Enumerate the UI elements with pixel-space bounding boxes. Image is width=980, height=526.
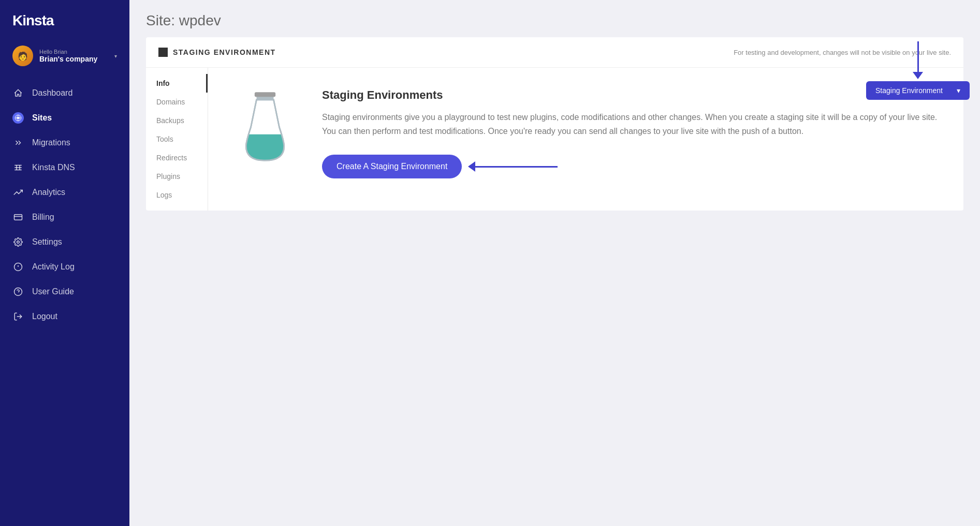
guide-icon bbox=[12, 286, 24, 297]
sidebar-item-settings[interactable]: Settings bbox=[0, 230, 129, 254]
sub-nav-item-tools[interactable]: Tools bbox=[146, 130, 208, 148]
panel-body-text: Staging environments give you a playgrou… bbox=[322, 110, 938, 138]
dropdown-chevron-icon: ▾ bbox=[957, 86, 960, 95]
sidebar-item-analytics[interactable]: Analytics bbox=[0, 180, 129, 205]
flask-illustration bbox=[234, 88, 296, 166]
create-button-label: Create A Staging Environment bbox=[337, 162, 447, 171]
section-header: STAGING ENVIRONMENT For testing and deve… bbox=[146, 37, 963, 68]
svg-rect-12 bbox=[255, 92, 275, 97]
sidebar-item-migrations[interactable]: Migrations bbox=[0, 130, 129, 155]
billing-icon bbox=[12, 212, 24, 223]
logo: Kinsta bbox=[0, 0, 129, 39]
sites-icon bbox=[12, 112, 24, 124]
activity-icon bbox=[12, 261, 24, 273]
section-content: Info Domains Backups Tools Redirects Plu… bbox=[146, 68, 963, 211]
staging-environment-dropdown[interactable]: Staging Environment ▾ bbox=[866, 81, 970, 100]
section-title: STAGING ENVIRONMENT bbox=[173, 48, 276, 56]
down-arrow-indicator bbox=[913, 37, 923, 79]
main-content: Site: wpdev Staging Environment ▾ STAGIN… bbox=[129, 0, 980, 526]
create-staging-button[interactable]: Create A Staging Environment bbox=[322, 155, 462, 178]
sidebar-item-kinsta-dns[interactable]: Kinsta DNS bbox=[0, 155, 129, 180]
hello-text: Hello Brian bbox=[39, 49, 108, 55]
sub-nav-item-domains[interactable]: Domains bbox=[146, 93, 208, 111]
dns-icon bbox=[12, 162, 24, 173]
avatar: 🧑 bbox=[12, 46, 33, 66]
sidebar-item-label: Settings bbox=[32, 237, 62, 247]
panel-text-content: Staging Environments Staging environment… bbox=[322, 88, 938, 178]
left-arrow-indicator bbox=[468, 161, 558, 172]
arrow-head-down-icon bbox=[913, 72, 923, 79]
analytics-icon bbox=[12, 187, 24, 198]
sidebar-item-user-guide[interactable]: User Guide bbox=[0, 279, 129, 304]
sub-nav: Info Domains Backups Tools Redirects Plu… bbox=[146, 68, 208, 211]
staging-environment-selector-area: Staging Environment ▾ bbox=[866, 37, 970, 100]
nav-menu: Dashboard Sites Migrations Kinsta DNS bbox=[0, 77, 129, 333]
sidebar-item-logout[interactable]: Logout bbox=[0, 304, 129, 329]
home-icon bbox=[12, 87, 24, 99]
sidebar-item-label: Activity Log bbox=[32, 262, 75, 272]
staging-section-card: STAGING ENVIRONMENT For testing and deve… bbox=[146, 37, 963, 211]
sub-nav-item-plugins[interactable]: Plugins bbox=[146, 167, 208, 186]
svg-rect-11 bbox=[244, 134, 287, 163]
sidebar-item-label: Sites bbox=[32, 113, 52, 123]
sub-nav-item-logs[interactable]: Logs bbox=[146, 186, 208, 204]
page-header: Site: wpdev bbox=[129, 0, 980, 37]
sidebar-item-activity-log[interactable]: Activity Log bbox=[0, 254, 129, 279]
page-title: Site: wpdev bbox=[146, 12, 963, 29]
panel-heading: Staging Environments bbox=[322, 88, 938, 102]
svg-point-3 bbox=[17, 241, 20, 244]
settings-icon bbox=[12, 236, 24, 248]
sub-nav-item-info[interactable]: Info bbox=[146, 74, 208, 93]
sidebar-item-label: Kinsta DNS bbox=[32, 163, 75, 172]
company-name: Brian's company bbox=[39, 55, 108, 63]
sidebar-item-dashboard[interactable]: Dashboard bbox=[0, 81, 129, 106]
sidebar-item-label: Analytics bbox=[32, 188, 65, 197]
user-chevron-icon: ▾ bbox=[114, 53, 117, 59]
arrow-vertical-line bbox=[917, 41, 919, 72]
arrow-head-left-icon bbox=[468, 161, 475, 172]
sidebar-item-label: Logout bbox=[32, 312, 57, 321]
arrow-horizontal-line bbox=[475, 166, 558, 168]
migrations-icon bbox=[12, 137, 24, 148]
sidebar-item-sites[interactable]: Sites bbox=[0, 106, 129, 130]
sidebar-item-billing[interactable]: Billing bbox=[0, 205, 129, 230]
sub-nav-item-redirects[interactable]: Redirects bbox=[146, 148, 208, 167]
sidebar-item-label: Billing bbox=[32, 213, 54, 222]
sidebar-item-label: User Guide bbox=[32, 287, 74, 296]
main-body: Staging Environment ▾ STAGING ENVIRONMEN… bbox=[129, 37, 980, 526]
sidebar: Kinsta 🧑 Hello Brian Brian's company ▾ D… bbox=[0, 0, 129, 526]
staging-dropdown-label: Staging Environment bbox=[875, 86, 943, 95]
create-button-row: Create A Staging Environment bbox=[322, 155, 938, 178]
svg-rect-1 bbox=[14, 215, 22, 220]
sidebar-item-label: Migrations bbox=[32, 138, 70, 147]
sub-nav-item-backups[interactable]: Backups bbox=[146, 111, 208, 130]
user-menu[interactable]: 🧑 Hello Brian Brian's company ▾ bbox=[0, 39, 129, 77]
logout-icon bbox=[12, 311, 24, 322]
staging-section-icon bbox=[158, 48, 168, 57]
info-panel: Staging Environments Staging environment… bbox=[208, 68, 963, 211]
sidebar-item-label: Dashboard bbox=[32, 88, 72, 98]
